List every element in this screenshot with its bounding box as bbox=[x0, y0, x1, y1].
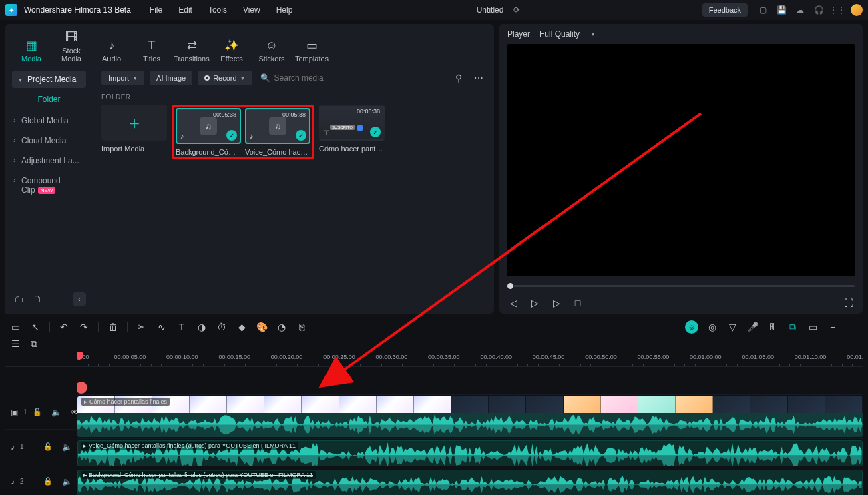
snap-icon[interactable]: ⧉ bbox=[787, 321, 799, 333]
save-icon[interactable]: 💾 bbox=[776, 5, 787, 15]
play-icon[interactable]: ▷ bbox=[529, 298, 541, 308]
player-viewport[interactable] bbox=[507, 44, 855, 276]
sidebar-item-adjustment[interactable]: Adjustment La... bbox=[5, 151, 93, 171]
more-icon[interactable]: ⋯ bbox=[471, 71, 486, 85]
zoom-out-icon[interactable]: − bbox=[827, 321, 839, 333]
sidebar-header[interactable]: ▾Project Media bbox=[12, 71, 86, 88]
playhead[interactable] bbox=[79, 352, 79, 495]
new-bin-icon[interactable]: 🗋 bbox=[31, 292, 44, 306]
select-tool-icon[interactable]: ▭ bbox=[9, 321, 21, 333]
tab-effects[interactable]: ✨Effects bbox=[214, 39, 250, 63]
menu-edit[interactable]: Edit bbox=[172, 3, 199, 17]
filter-icon[interactable]: ⚲ bbox=[451, 71, 466, 85]
ai-image-button[interactable]: AI Image bbox=[150, 71, 192, 85]
video-clip[interactable]: ▸Cómo hacer pantallas finales bbox=[77, 396, 863, 437]
audio-clip[interactable]: ▸Voice_Cómo hacer pantallas finales (out… bbox=[77, 440, 863, 466]
lock-icon[interactable]: 🔓 bbox=[43, 477, 53, 486]
next-frame-icon[interactable]: ▷ bbox=[550, 298, 562, 308]
feedback-button[interactable]: Feedback bbox=[702, 3, 748, 17]
empty-lane[interactable] bbox=[77, 367, 863, 395]
tab-stickers[interactable]: ☺Stickers bbox=[254, 39, 290, 63]
effects-icon: ✨ bbox=[214, 39, 250, 52]
media-tabs: ▦Media 🎞Stock Media ♪Audio TTitles ⇄Tran… bbox=[5, 24, 494, 65]
record-button[interactable]: Record▼ bbox=[198, 71, 252, 85]
folder-section-label: FOLDER bbox=[93, 91, 494, 105]
user-avatar[interactable] bbox=[851, 4, 863, 16]
expand-icon[interactable]: ⛶ bbox=[843, 298, 855, 308]
fit-icon[interactable]: ▭ bbox=[807, 321, 819, 333]
menu-help[interactable]: Help bbox=[270, 3, 300, 17]
audio-lane-2[interactable]: ▸Background_Cómo hacer pantallas finales… bbox=[77, 468, 863, 495]
sidebar-item-compound[interactable]: Compound ClipNEW bbox=[5, 171, 93, 200]
new-folder-icon[interactable]: 🗀 bbox=[12, 292, 25, 306]
redo-icon[interactable]: ↷ bbox=[78, 321, 90, 333]
menu-file[interactable]: File bbox=[143, 3, 169, 17]
tab-media[interactable]: ▦Media bbox=[13, 39, 49, 63]
player-quality-select[interactable]: Full Quality▼ bbox=[539, 29, 596, 39]
zoom-slider-icon[interactable]: — bbox=[847, 321, 859, 333]
media-item[interactable]: 00:05:38 ♫ ♪ ✓ Voice_Cómo hacer pa... bbox=[245, 108, 310, 156]
media-item[interactable]: 00:05:38 SUSCRITO ▸⃞ ✓ Cómo hacer pantal… bbox=[319, 105, 385, 153]
crop-icon[interactable]: ◑ bbox=[196, 321, 208, 333]
mic-icon[interactable]: 🎤 bbox=[746, 321, 758, 333]
audio-clip[interactable]: ▸Background_Cómo hacer pantallas finales… bbox=[77, 470, 863, 495]
tab-audio[interactable]: ♪Audio bbox=[93, 39, 130, 63]
player-label[interactable]: Player bbox=[507, 29, 530, 39]
split-icon[interactable]: ✂ bbox=[136, 321, 148, 333]
mute-icon[interactable]: 🔈 bbox=[62, 477, 72, 486]
video-lane[interactable]: ▸Cómo hacer pantallas finales bbox=[77, 395, 863, 439]
tab-templates[interactable]: ▭Templates bbox=[294, 39, 330, 63]
lock-icon[interactable]: 🔓 bbox=[43, 442, 53, 451]
mute-icon[interactable]: 🔈 bbox=[62, 442, 72, 452]
link-icon[interactable]: ⎘ bbox=[296, 321, 308, 333]
marker-icon[interactable]: ▽ bbox=[726, 321, 738, 333]
media-item[interactable]: 00:05:38 ♫ ♪ ✓ Background_Cómo ha... bbox=[176, 108, 241, 156]
color-icon[interactable]: 🎨 bbox=[256, 321, 268, 333]
audio1-track-head[interactable]: ♪ 1 🔓 🔈 bbox=[5, 430, 77, 464]
layout-icon[interactable]: ▢ bbox=[757, 5, 768, 15]
import-button[interactable]: Import▼ bbox=[101, 71, 144, 85]
transitions-icon: ⇄ bbox=[174, 39, 210, 52]
ai-assistant-icon[interactable]: ☺ bbox=[685, 320, 698, 334]
delete-icon[interactable]: 🗑 bbox=[107, 321, 119, 333]
track-manager-icon[interactable]: ☰ bbox=[9, 338, 21, 350]
mask-icon[interactable]: ◔ bbox=[276, 321, 288, 333]
sidebar-item-global[interactable]: Global Media bbox=[5, 111, 93, 131]
audio2-track-head[interactable]: ♪ 2 🔓 🔈 bbox=[5, 464, 77, 495]
tab-titles[interactable]: TTitles bbox=[134, 39, 170, 63]
speed-icon[interactable]: ⏱ bbox=[216, 321, 228, 333]
keyframe-icon[interactable]: ◆ bbox=[236, 321, 248, 333]
audio-tool-icon[interactable]: ∿ bbox=[156, 321, 168, 333]
apps-icon[interactable]: ⋮⋮ bbox=[832, 5, 843, 15]
chevron-down-icon: ▼ bbox=[240, 75, 246, 81]
search-input[interactable] bbox=[274, 73, 355, 83]
timeline-ruler[interactable]: 00:00:0000:00:05:0000:00:10:0000:00:15:0… bbox=[77, 352, 863, 367]
timeline-lanes[interactable]: 00:00:0000:00:05:0000:00:10:0000:00:15:0… bbox=[77, 352, 863, 495]
audio-lane-1[interactable]: ▸Voice_Cómo hacer pantallas finales (out… bbox=[77, 439, 863, 468]
progress-handle[interactable] bbox=[507, 283, 513, 289]
import-media-tile[interactable]: ＋ Import Media bbox=[101, 105, 167, 153]
search-media[interactable]: 🔍 bbox=[258, 73, 446, 83]
mixer-icon[interactable]: 🎚 bbox=[767, 321, 779, 333]
cloud-upload-icon[interactable]: ☁ bbox=[795, 5, 805, 15]
video-track-head[interactable]: ▣ 1 🔓 🔈 👁 bbox=[5, 395, 77, 430]
menu-tools[interactable]: Tools bbox=[202, 3, 234, 17]
headphones-icon[interactable]: 🎧 bbox=[813, 5, 824, 15]
magnet-icon[interactable]: ⧉ bbox=[28, 338, 40, 350]
mute-icon[interactable]: 🔈 bbox=[51, 408, 61, 417]
undo-icon[interactable]: ↶ bbox=[58, 321, 70, 333]
lock-icon[interactable]: 🔓 bbox=[33, 408, 42, 416]
target-icon[interactable]: ◎ bbox=[706, 321, 718, 333]
prev-frame-icon[interactable]: ◁ bbox=[507, 298, 519, 308]
cursor-tool-icon[interactable]: ↖ bbox=[29, 321, 41, 333]
sidebar-item-cloud[interactable]: Cloud Media bbox=[5, 131, 93, 151]
sidebar-folder[interactable]: Folder bbox=[5, 91, 93, 111]
text-tool-icon[interactable]: T bbox=[176, 321, 188, 333]
tab-stock-media[interactable]: 🎞Stock Media bbox=[53, 31, 89, 63]
stop-icon[interactable]: □ bbox=[572, 298, 584, 308]
player-progress[interactable] bbox=[499, 276, 863, 292]
menu-view[interactable]: View bbox=[236, 3, 267, 17]
tab-transitions[interactable]: ⇄Transitions bbox=[174, 39, 210, 63]
project-settings-icon[interactable]: ⟳ bbox=[511, 5, 522, 15]
collapse-sidebar-icon[interactable]: ‹ bbox=[73, 292, 86, 306]
